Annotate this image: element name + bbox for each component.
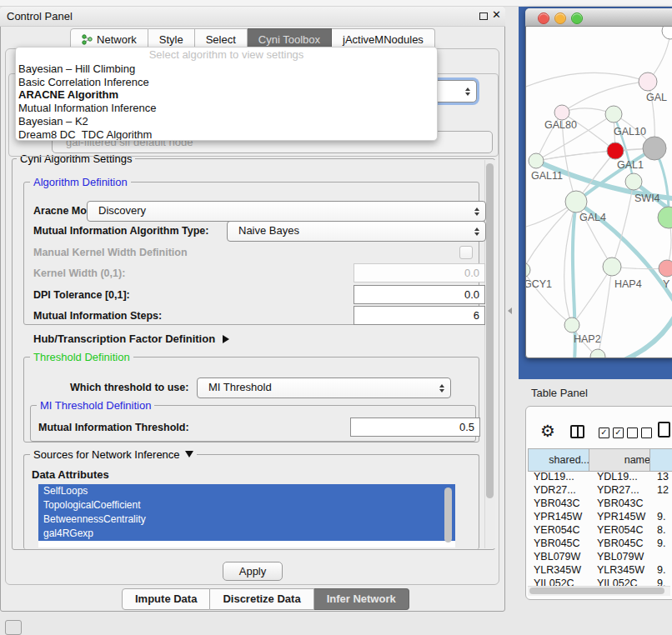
network-edge[interactable] <box>624 317 672 358</box>
node-label-gcy1: GCY1 <box>526 278 552 290</box>
table-row[interactable]: YBL079WYBL079W <box>528 550 672 563</box>
gear-icon[interactable]: ⚙ <box>540 421 555 441</box>
close-traffic-icon[interactable] <box>538 12 549 24</box>
network-edge[interactable] <box>526 72 648 87</box>
algorithm-option[interactable]: ARACNE Algorithm <box>16 88 437 102</box>
table-cell: YPR145W <box>589 510 652 523</box>
table-row[interactable]: YIL052CYIL052C9. <box>528 577 672 586</box>
zoom-traffic-icon[interactable] <box>571 12 583 24</box>
network-node-gal4[interactable] <box>565 191 587 212</box>
dpi-tolerance-input[interactable] <box>354 285 485 304</box>
algorithm-option[interactable]: Bayesian – K2 <box>16 115 437 128</box>
combo-stepper-icon <box>465 88 470 96</box>
which-threshold-value: MI Threshold <box>208 381 272 393</box>
network-node[interactable] <box>590 349 605 358</box>
table-cell: YBL079W <box>528 550 589 563</box>
network-node[interactable] <box>643 137 666 160</box>
deselect-all-checks-icon[interactable] <box>627 428 652 438</box>
network-node-gal1[interactable] <box>607 142 624 159</box>
table-cell: 9. <box>652 510 672 523</box>
apply-button[interactable]: Apply <box>223 562 283 581</box>
split-columns-icon[interactable] <box>570 425 584 438</box>
kernel-width-label: Kernel Width (0,1): <box>33 268 125 279</box>
network-node-gal11[interactable] <box>529 153 544 168</box>
network-edge[interactable] <box>572 267 612 325</box>
tab-impute-data[interactable]: Impute Data <box>122 588 210 610</box>
float-panel-icon[interactable] <box>479 12 488 20</box>
network-node-swi4[interactable] <box>625 173 642 190</box>
select-all-checks-icon[interactable]: ✓✓ <box>599 428 624 438</box>
attribute-list-item[interactable]: BetweennessCentrality <box>38 512 455 527</box>
network-node-hap4[interactable] <box>603 258 621 276</box>
node-label-gal: GAL <box>646 92 667 103</box>
table-row[interactable]: YBR043CYBR043C <box>528 497 672 510</box>
restore-panel-button[interactable] <box>5 620 22 635</box>
network-edge[interactable] <box>562 82 648 112</box>
splitter-collapse-icon[interactable] <box>508 308 512 314</box>
algorithm-option[interactable]: Basic Correlation Inference <box>16 76 437 89</box>
column-header-extra[interactable] <box>649 448 672 472</box>
network-node-gal80[interactable] <box>554 105 569 120</box>
network-edge[interactable] <box>612 182 634 267</box>
network-node[interactable] <box>662 27 672 39</box>
column-header-shared...[interactable]: shared... <box>528 448 597 472</box>
table-cell: YBL079W <box>589 550 652 563</box>
settings-scrollbar-thumb[interactable] <box>486 163 494 498</box>
algorithm-option[interactable]: Dream8 DC_TDC Algorithm <box>16 128 437 141</box>
network-node-gcy1[interactable] <box>526 262 530 278</box>
tab-infer-network[interactable]: Infer Network <box>314 588 409 610</box>
table-cell: YPR145W <box>528 510 589 523</box>
network-edge[interactable] <box>536 151 615 161</box>
table-row[interactable]: YLR345WYLR345W9. <box>528 563 672 577</box>
collapse-down-icon <box>185 451 193 458</box>
aracne-mode-combobox[interactable]: Discovery <box>87 201 486 222</box>
hub-section-toggle[interactable]: Hub/Transcription Factor Definition <box>33 332 229 345</box>
table-cell <box>652 550 672 563</box>
node-label-gal1: GAL1 <box>617 159 644 171</box>
network-node-gal[interactable] <box>639 72 657 91</box>
mi-threshold-legend: MI Threshold Definition <box>37 399 154 412</box>
network-node-hap2[interactable] <box>564 318 579 332</box>
network-node[interactable] <box>658 207 672 228</box>
table-cell: YDR27... <box>589 483 652 497</box>
table-cell: YDL19... <box>528 470 589 483</box>
mi-steps-label: Mutual Information Steps: <box>33 310 162 322</box>
table-cell: YIL052C <box>528 577 589 586</box>
table-panel-title: Table Panel <box>531 387 588 399</box>
table-row[interactable]: YDR27...YDR27...12 <box>528 483 672 497</box>
mi-threshold-input[interactable] <box>350 418 480 437</box>
table-row[interactable]: YPR145WYPR145W9. <box>528 510 672 523</box>
attribute-list-item[interactable]: gal4RGexp <box>38 527 455 541</box>
minimize-traffic-icon[interactable] <box>554 12 566 24</box>
mi-steps-input[interactable] <box>354 306 485 325</box>
attribute-list-item[interactable]: SelfLoops <box>38 484 455 498</box>
network-edge[interactable] <box>526 202 576 270</box>
dpi-tolerance-label: DPI Tolerance [0,1]: <box>33 289 130 301</box>
node-label-gal4: GAL4 <box>579 212 606 223</box>
table-row[interactable]: YDL19...YDL19...13 <box>528 470 672 483</box>
table-row[interactable]: YER054CYER054C8. <box>528 523 672 537</box>
attributes-scrollbar-thumb[interactable] <box>444 488 452 542</box>
data-attributes-list[interactable]: SelfLoopsTopologicalCoefficientBetweenne… <box>38 484 455 548</box>
network-canvas[interactable]: GALGAL80GAL10GAL1GAL11SWI4GAL4GCY1HAP4YH… <box>526 27 672 358</box>
algorithm-option[interactable]: Mutual Information Inference <box>16 102 437 115</box>
manual-kernel-checkbox[interactable] <box>459 246 473 259</box>
export-table-icon[interactable] <box>658 422 670 438</box>
network-node-y[interactable] <box>659 260 672 277</box>
manual-kernel-label: Manual Kernel Width Definition <box>33 247 188 258</box>
tab-discretize-data[interactable]: Discretize Data <box>210 588 313 610</box>
table-body: YDL19...YDL19...13YDR27...YDR27...12YBR0… <box>528 470 672 586</box>
which-threshold-combobox[interactable]: MI Threshold <box>197 378 451 398</box>
table-hscrollbar-thumb[interactable] <box>529 588 664 594</box>
close-icon[interactable]: ✕ <box>492 8 501 21</box>
attribute-list-item[interactable]: TopologicalCoefficient <box>38 498 455 512</box>
mi-type-combobox[interactable]: Naive Bayes <box>227 221 486 242</box>
algorithm-option[interactable]: Bayesian – Hill Climbing <box>16 62 437 76</box>
column-header-name[interactable]: name <box>589 448 658 472</box>
mi-type-value: Naive Bayes <box>238 224 299 237</box>
table-row[interactable]: YBR045CYBR045C9. <box>528 537 672 550</box>
kernel-width-input[interactable] <box>354 263 485 282</box>
table-cell: 13 <box>652 470 672 483</box>
network-node-gal10[interactable] <box>605 106 622 122</box>
sources-legend[interactable]: Sources for Network Inference <box>30 448 197 461</box>
